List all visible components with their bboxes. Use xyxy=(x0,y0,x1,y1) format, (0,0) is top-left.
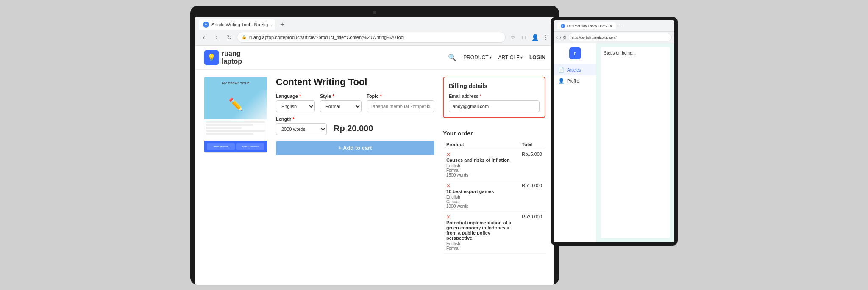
sidebar-item-articles-label: Articles xyxy=(567,68,581,72)
second-tab-favicon: r xyxy=(561,24,565,28)
order-item-remove-button[interactable]: ✕ xyxy=(446,183,451,189)
tab-favicon: A xyxy=(203,22,209,28)
order-item-name: 10 best esport games xyxy=(446,189,515,194)
second-address-bar[interactable]: https://portal.ruanglaptop.com/ xyxy=(568,33,672,41)
order-table-row: ✕10 best esport gamesEnglishCasual1000 w… xyxy=(443,180,545,211)
tool-form: Content Writing Tool Language * English … xyxy=(276,77,434,254)
site-nav-links: PRODUCT ▾ ARTICLE ▾ LOGIN xyxy=(463,55,545,61)
browser-chrome: A Article Writing Tool - No Sig... ✕ + ‹… xyxy=(195,17,554,46)
article-chevron-icon: ▾ xyxy=(520,55,523,60)
laptop-camera xyxy=(373,11,376,14)
order-table: Product Total ✕Causes and risks of infla… xyxy=(443,140,545,254)
order-title: Your order xyxy=(443,130,545,137)
length-label: Length * xyxy=(276,116,327,122)
order-item-name: Causes and risks of inflation xyxy=(446,157,515,163)
order-item-remove-button[interactable]: ✕ xyxy=(446,152,451,157)
tab-bar: A Article Writing Tool - No Sig... ✕ + xyxy=(195,17,554,30)
second-back-button[interactable]: ‹ xyxy=(556,35,558,40)
second-device: r Edit Post "My Essay Title" • ✕ + ‹ › ↻… xyxy=(551,17,678,246)
topic-group: Topic * xyxy=(367,94,434,112)
email-input[interactable] xyxy=(449,100,540,112)
order-item-detail: English xyxy=(446,195,515,199)
order-item-detail: Formal xyxy=(446,246,515,251)
length-required-mark: * xyxy=(293,116,295,122)
style-select[interactable]: Formal Casual Semi-formal xyxy=(320,100,362,112)
required-mark: * xyxy=(299,94,301,99)
order-item-name: Potential implementation of a green econ… xyxy=(446,220,515,240)
order-item-cell: ✕Potential implementation of a green eco… xyxy=(443,211,518,253)
second-browser-bar: r Edit Post "My Essay Title" • ✕ + xyxy=(554,20,674,32)
product-image-box: MY ESSAY TITLE ✏️ xyxy=(204,77,267,153)
order-item-price: Rp10.000 xyxy=(518,180,545,211)
second-address-text: https://portal.ruanglaptop.com/ xyxy=(571,36,617,39)
second-tab-close[interactable]: ✕ xyxy=(609,24,612,28)
order-item-detail: English xyxy=(446,163,515,168)
tab-close-button[interactable]: ✕ xyxy=(275,22,275,28)
order-item-details: EnglishCasual1000 words xyxy=(446,195,515,209)
extensions-icon[interactable]: □ xyxy=(519,33,529,42)
second-device-screen: r Edit Post "My Essay Title" • ✕ + ‹ › ↻… xyxy=(554,20,674,242)
site-logo: 💡 ruang laptop xyxy=(204,50,242,65)
topic-label: Topic * xyxy=(367,94,434,99)
website-content: 💡 ruang laptop 🔍 PRODUCT ▾ ARTICLE ▾ xyxy=(195,46,554,285)
price-display: Rp 20.000 xyxy=(334,124,373,135)
col-total: Total xyxy=(518,140,545,149)
email-required: * xyxy=(480,94,481,99)
forward-button[interactable]: › xyxy=(211,32,222,42)
second-forward-button[interactable]: › xyxy=(559,35,561,40)
product-chevron-icon: ▾ xyxy=(490,55,492,60)
order-item-price: Rp20.000 xyxy=(518,211,545,253)
order-item-remove-button[interactable]: ✕ xyxy=(446,214,451,220)
topic-input[interactable] xyxy=(367,100,434,112)
logo-text: ruang laptop xyxy=(222,50,242,65)
menu-icon[interactable]: ⋮ xyxy=(541,33,551,42)
product-img-lines xyxy=(206,121,265,135)
language-select[interactable]: English Indonesian xyxy=(276,100,315,112)
nav-login[interactable]: LOGIN xyxy=(529,55,545,61)
address-bar-row: ‹ › ↻ 🔒 ruanglaptop.com/product/article/… xyxy=(195,30,554,45)
search-icon[interactable]: 🔍 xyxy=(448,53,456,61)
articles-icon: 📄 xyxy=(558,67,565,73)
profile-icon[interactable]: 👤 xyxy=(530,33,540,42)
product-img-line xyxy=(206,130,265,132)
second-main-content: Steps on being... xyxy=(601,47,670,238)
browser-tab[interactable]: A Article Writing Tool - No Sig... ✕ xyxy=(199,19,275,30)
order-item-detail: Casual xyxy=(446,199,515,204)
billing-title: Billing details xyxy=(449,83,540,89)
nav-article[interactable]: ARTICLE ▾ xyxy=(498,55,523,61)
back-button[interactable]: ‹ xyxy=(199,32,209,42)
nav-product[interactable]: PRODUCT ▾ xyxy=(463,55,491,61)
product-img-title: MY ESSAY TITLE xyxy=(204,77,267,90)
product-img-content xyxy=(204,119,267,141)
sidebar-item-articles[interactable]: 📄 Articles xyxy=(554,64,596,75)
language-label: Language * xyxy=(276,94,315,99)
add-to-cart-button[interactable]: + Add to cart xyxy=(276,141,434,155)
profile-icon: 👤 xyxy=(558,78,565,84)
product-img-line xyxy=(206,127,242,129)
refresh-button[interactable]: ↻ xyxy=(224,32,234,42)
length-row: Length * 1000 words 1500 words 2000 word… xyxy=(276,116,434,135)
product-img-btn-2: DONE IN 5 MINUTES xyxy=(236,143,264,150)
second-address-row: ‹ › ↻ https://portal.ruanglaptop.com/ xyxy=(554,32,674,43)
right-column: Billing details Email address * Your ord… xyxy=(443,77,545,254)
second-refresh-button[interactable]: ↻ xyxy=(563,35,566,40)
address-text: ruanglaptop.com/product/article/?product… xyxy=(249,35,501,40)
form-row-1: Language * English Indonesian Style xyxy=(276,94,434,112)
order-item-details: EnglishFormal1500 words xyxy=(446,163,515,177)
order-item-cell: ✕10 best esport gamesEnglishCasual1000 w… xyxy=(443,180,518,211)
length-select[interactable]: 1000 words 1500 words 2000 words 2500 wo… xyxy=(276,123,327,135)
topic-required-mark: * xyxy=(380,94,382,99)
product-img-line xyxy=(206,121,265,123)
second-main: Steps on being... xyxy=(596,43,674,242)
lock-icon: 🔒 xyxy=(242,35,247,39)
laptop-screen: A Article Writing Tool - No Sig... ✕ + ‹… xyxy=(195,17,554,285)
second-content-title: Steps on being... xyxy=(604,51,667,55)
new-tab-button[interactable]: + xyxy=(277,19,288,30)
bookmark-icon[interactable]: ☆ xyxy=(508,33,517,42)
sidebar-item-profile[interactable]: 👤 Profile xyxy=(554,75,596,86)
second-browser-tab[interactable]: r Edit Post "My Essay Title" • ✕ xyxy=(557,22,616,29)
second-new-tab-button[interactable]: + xyxy=(619,24,622,28)
second-sidebar: r 📄 Articles 👤 Profile xyxy=(554,43,596,242)
address-bar[interactable]: 🔒 ruanglaptop.com/product/article/?produ… xyxy=(237,32,506,43)
product-img-graphic: ✏️ xyxy=(204,90,267,119)
